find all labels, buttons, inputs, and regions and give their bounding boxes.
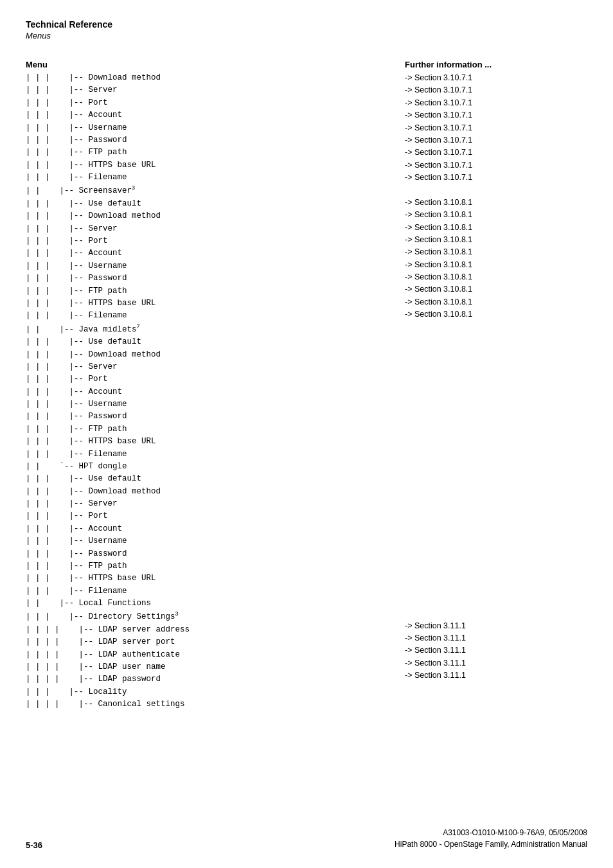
info-row [405,321,587,333]
info-row: -> Section 3.10.7.1 [405,122,587,134]
info-row: -> Section 3.10.7.1 [405,97,587,109]
info-row [405,695,587,707]
info-row [405,508,587,520]
menu-tree-row: | | | |-- Account [26,386,398,398]
menu-tree-row: | | | |-- Use default [26,198,398,210]
menu-tree-row: | | | |-- Download method [26,210,398,222]
info-column-header: Further information ... [405,60,587,69]
menu-tree-row: | | | |-- Download method [26,349,398,361]
info-row [405,359,587,371]
menu-tree-row: | | | |-- HTTPS base URL [26,436,398,448]
info-row: -> Section 3.10.8.1 [405,234,587,246]
menu-tree-row: | | | |-- Account [26,109,398,121]
menu-tree-row: | | | |-- Password [26,411,398,423]
info-row: -> Section 3.10.8.1 [405,308,587,321]
info-row [405,545,587,557]
menu-tree-row: | | |-- Screensaver3 [26,184,398,198]
menu-tree-row: | | | |-- Port [26,235,398,247]
info-row: -> Section 3.10.7.1 [405,172,587,184]
menu-tree-row: | | | |-- Use default [26,336,398,348]
info-row [405,470,587,483]
menu-tree-row: | | | | |-- LDAP user name [26,661,398,673]
info-row [405,184,587,196]
footer-doc-id: A31003-O1010-M100-9-76A9, 05/05/2008 [395,827,587,838]
menu-tree-row: | | | |-- HTTPS base URL [26,297,398,310]
info-row [405,433,587,445]
page-number: 5-36 [26,840,42,850]
menu-tree-row: | | | |-- Filename [26,172,398,184]
info-row [405,333,587,346]
info-row [405,383,587,395]
page-header: Technical Reference Menus [26,19,587,40]
menu-tree-row: | | | |-- Port [26,97,398,109]
info-row [405,458,587,470]
menu-tree-row: | | | |-- HTTPS base URL [26,572,398,585]
info-row: -> Section 3.10.8.1 [405,246,587,258]
menu-tree-row: | | | |-- Filename [26,310,398,322]
page-footer: 5-36 A31003-O1010-M100-9-76A9, 05/05/200… [26,827,587,850]
menu-tree-row: | | | |-- Password [26,272,398,285]
menu-column: Menu | | | |-- Download method| | | |-- … [26,60,398,711]
menu-tree-row: | | | |-- Username [26,122,398,134]
info-row [405,607,587,619]
menu-tree-row: | | | |-- HTTPS base URL [26,159,398,172]
menu-tree-row: | | | |-- Server [26,361,398,373]
info-row [405,558,587,570]
info-row [405,682,587,694]
info-row [405,445,587,457]
menu-tree-row: | | | |-- Username [26,260,398,272]
menu-tree-row: | | | |-- FTP path [26,146,398,159]
footer-doc-title: HiPath 8000 - OpenStage Family, Administ… [395,838,587,850]
menu-tree-row: | | | |-- Port [26,510,398,522]
info-row: -> Section 3.10.8.1 [405,197,587,209]
menu-tree-row: | | | |-- Filename [26,448,398,461]
info-row: -> Section 3.10.8.1 [405,283,587,296]
menu-tree-row: | | | | |-- Canonical settings [26,698,398,711]
info-row: -> Section 3.10.7.1 [405,159,587,172]
menu-tree-row: | | | |-- Password [26,134,398,146]
info-row [405,520,587,533]
footer-doc-info: A31003-O1010-M100-9-76A9, 05/05/2008 HiP… [395,827,587,850]
menu-tree-row: | | | |-- FTP path [26,285,398,297]
page-subtitle: Menus [26,31,587,40]
menu-tree-row: | | | |-- Server [26,223,398,235]
menu-tree-row: | | | |-- Download method [26,72,398,84]
info-row: -> Section 3.11.1 [405,669,587,682]
info-row [405,570,587,582]
info-row [405,595,587,607]
info-row [405,495,587,508]
info-row [405,371,587,383]
info-row: -> Section 3.11.1 [405,632,587,644]
menu-tree-row: | | | |-- Account [26,523,398,535]
content-area: Menu | | | |-- Download method| | | |-- … [26,60,587,711]
info-lines-container: -> Section 3.10.7.1-> Section 3.10.7.1->… [405,72,587,707]
menu-tree-row: | | | |-- Username [26,398,398,411]
menu-tree-row: | | | |-- Username [26,535,398,547]
info-row: -> Section 3.10.8.1 [405,222,587,234]
menu-column-header: Menu [26,60,398,69]
info-row [405,408,587,420]
info-row: -> Section 3.10.7.1 [405,134,587,146]
menu-tree-row: | | `-- HPT dongle [26,461,398,473]
info-row: -> Section 3.10.7.1 [405,109,587,121]
info-row: -> Section 3.10.8.1 [405,259,587,271]
menu-tree-row: | | | |-- FTP path [26,423,398,436]
info-row: -> Section 3.10.8.1 [405,209,587,221]
info-row: -> Section 3.10.7.1 [405,146,587,159]
info-row [405,346,587,358]
info-column: Further information ... -> Section 3.10.… [398,60,587,711]
info-row [405,396,587,408]
menu-tree-row: | | | |-- Filename [26,585,398,598]
menu-tree-row: | | |-- Local Functions [26,598,398,610]
info-row: -> Section 3.10.7.1 [405,72,587,84]
menu-tree-row: | | | |-- Account [26,247,398,260]
info-row: -> Section 3.10.7.1 [405,84,587,96]
info-row: -> Section 3.10.8.1 [405,296,587,308]
menu-tree-row: | | | |-- Password [26,548,398,560]
menu-tree-row: | | | |-- Server [26,84,398,96]
info-row: -> Section 3.10.8.1 [405,271,587,283]
menu-tree-row: | | | |-- Port [26,373,398,385]
menu-tree-row: | | | |-- Download method [26,486,398,498]
info-row: -> Section 3.11.1 [405,657,587,669]
menu-tree-row: | | |-- Java midlets7 [26,323,398,337]
